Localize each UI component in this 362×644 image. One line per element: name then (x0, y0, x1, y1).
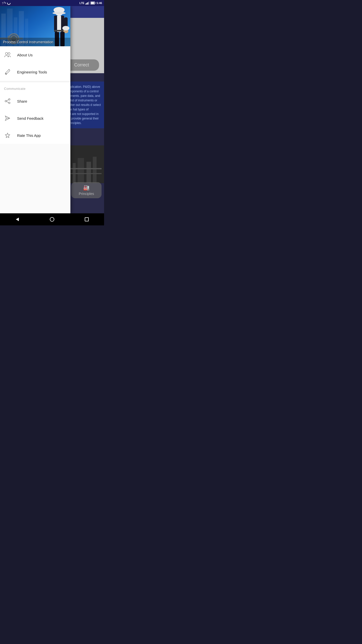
svg-point-54 (8, 53, 10, 55)
svg-point-53 (6, 53, 8, 55)
menu-item-send-feedback[interactable]: Send Feedback (0, 110, 70, 127)
signal-icon (85, 2, 89, 5)
svg-rect-3 (85, 4, 86, 5)
svg-rect-66 (85, 218, 88, 221)
send-icon (4, 115, 11, 122)
people-icon (4, 51, 11, 58)
menu-item-share[interactable]: Share (0, 93, 70, 110)
svg-point-50 (62, 26, 69, 30)
svg-rect-8 (95, 3, 95, 4)
svg-point-57 (5, 100, 7, 102)
svg-rect-4 (86, 3, 87, 5)
bottom-navigation (0, 213, 104, 225)
menu-divider (0, 82, 70, 82)
drawer-menu: About Us Engineering Tools Communicate (0, 46, 70, 213)
menu-item-about-us[interactable]: About Us (0, 46, 70, 63)
home-button[interactable] (47, 214, 57, 224)
rate-app-label: Rate This App (17, 133, 41, 138)
share-label: Share (17, 99, 27, 103)
svg-rect-29 (93, 157, 97, 183)
svg-marker-63 (5, 133, 10, 138)
drawer-header-overlay: Process Control Instrumentation (0, 38, 70, 46)
engineering-tools-label: Engineering Tools (17, 70, 47, 74)
svg-point-55 (6, 73, 7, 74)
status-bar-left: ? (2, 1, 11, 5)
navigation-drawer: Process Control Instrumentation About Us (0, 6, 70, 213)
status-bar-right: LTE 5:46 (79, 2, 102, 5)
lte-label: LTE (79, 2, 84, 5)
principles-button[interactable]: 🏭 Principles (71, 182, 102, 198)
back-icon (15, 217, 20, 222)
about-us-label: About Us (17, 53, 33, 57)
back-button[interactable] (12, 214, 22, 224)
drawer-header-title: Process Control Instrumentation (3, 40, 53, 44)
svg-point-58 (9, 102, 10, 104)
wrench-icon (4, 68, 11, 75)
svg-point-1 (5, 3, 6, 4)
recents-button[interactable] (82, 214, 92, 224)
svg-point-2 (7, 2, 10, 5)
menu-item-engineering-tools[interactable]: Engineering Tools (0, 63, 70, 80)
status-bar: ? LTE 5:46 (0, 0, 104, 6)
svg-point-44 (53, 12, 66, 14)
svg-line-59 (7, 100, 9, 101)
svg-rect-5 (87, 2, 88, 5)
svg-point-65 (50, 217, 54, 221)
communicate-section-header: Communicate (0, 83, 70, 93)
svg-rect-28 (86, 162, 91, 183)
time-display: 5:46 (97, 2, 102, 5)
svg-rect-47 (54, 30, 64, 31)
wifi-icon: ? (2, 1, 6, 5)
svg-rect-9 (91, 2, 94, 4)
recents-icon (85, 217, 89, 221)
star-icon (4, 132, 11, 139)
home-icon (50, 217, 54, 222)
drawer-header: Process Control Instrumentation (0, 6, 70, 46)
svg-text:?: ? (2, 2, 4, 5)
loading-icon (7, 1, 11, 5)
battery-icon (90, 2, 96, 5)
svg-rect-46 (57, 16, 61, 32)
svg-rect-27 (78, 158, 84, 183)
svg-rect-6 (88, 2, 89, 5)
svg-point-56 (9, 99, 10, 100)
svg-line-60 (7, 102, 9, 103)
svg-marker-64 (16, 218, 19, 221)
send-feedback-label: Send Feedback (17, 116, 43, 120)
principles-label: Principles (79, 192, 94, 196)
share-icon (4, 98, 11, 105)
menu-item-rate-app[interactable]: Rate This App (0, 127, 70, 144)
